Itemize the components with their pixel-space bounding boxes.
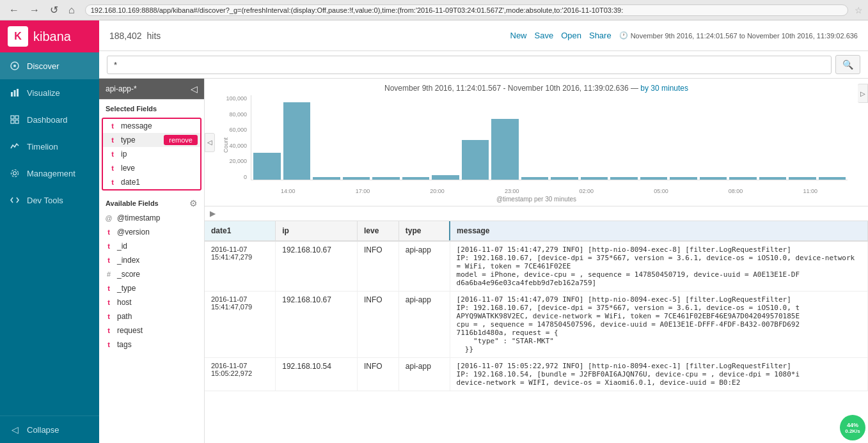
- bar-14[interactable]: [640, 177, 668, 180]
- bar-20[interactable]: [819, 177, 846, 180]
- field-item-id[interactable]: t _id: [99, 239, 204, 253]
- sidebar-item-label-management: Management: [27, 169, 75, 178]
- expand-all-button[interactable]: ▶: [210, 209, 216, 218]
- index-pattern[interactable]: api-app-* ◁: [99, 79, 204, 99]
- index-pattern-label: api-app-*: [106, 84, 137, 93]
- sidebar-item-visualize[interactable]: Visualize: [0, 79, 99, 106]
- search-bar: 🔍: [99, 51, 868, 79]
- bar-2[interactable]: [283, 102, 311, 180]
- histogram: [251, 95, 848, 180]
- y-tick-80k: 80,000: [229, 111, 247, 118]
- gear-button[interactable]: ⚙: [189, 198, 198, 208]
- col-date1[interactable]: date1: [205, 221, 276, 241]
- sidebar-item-devtools[interactable]: Dev Tools: [0, 187, 99, 214]
- remove-type-button[interactable]: remove: [164, 135, 198, 145]
- save-button[interactable]: Save: [535, 31, 554, 40]
- address-bar[interactable]: 192.168.10.169:8888/app/kibana#/discover…: [85, 4, 848, 16]
- sidebar-item-timelion[interactable]: Timelion: [0, 133, 99, 160]
- bookmark-button[interactable]: ☆: [855, 5, 863, 15]
- share-button[interactable]: Share: [589, 31, 612, 40]
- table-row: 2016-11-07 15:41:47,079 192.168.10.67 IN…: [205, 291, 868, 358]
- selected-field-ip[interactable]: t ip: [103, 147, 200, 161]
- col-ip[interactable]: ip: [276, 221, 358, 241]
- field-type-t-host: t: [104, 298, 113, 307]
- field-item-version[interactable]: t @version: [99, 225, 204, 239]
- by-30-minutes-link[interactable]: by 30 minutes: [640, 84, 688, 93]
- sidebar-item-label-discover: Discover: [27, 61, 59, 71]
- bar-11[interactable]: [551, 177, 578, 180]
- chart-collapse-left[interactable]: ◁: [205, 133, 215, 152]
- field-item-host[interactable]: t host: [99, 295, 204, 309]
- index-collapse-button[interactable]: ◁: [191, 84, 198, 94]
- field-item-timestamp[interactable]: @ @timestamp: [99, 211, 204, 225]
- field-item-path[interactable]: t path: [99, 309, 204, 323]
- hits-count: 188,402 hits: [109, 31, 161, 41]
- svg-point-9: [13, 172, 17, 175]
- selected-field-type[interactable]: t type remove: [103, 133, 200, 147]
- field-item-score[interactable]: # _score: [99, 267, 204, 281]
- sidebar-item-dashboard[interactable]: Dashboard: [0, 106, 99, 133]
- bar-18[interactable]: [759, 177, 787, 180]
- bar-16[interactable]: [700, 177, 727, 180]
- col-type-label: type: [406, 226, 422, 235]
- bar-5[interactable]: [372, 177, 400, 180]
- sidebar-item-label-dashboard: Dashboard: [27, 115, 68, 125]
- bar-6[interactable]: [402, 177, 430, 180]
- field-item-index[interactable]: t _index: [99, 253, 204, 267]
- collapse-icon: ◁: [9, 424, 20, 435]
- field-item-request[interactable]: t request: [99, 323, 204, 338]
- col-message-label: message: [457, 226, 489, 235]
- cell-type-3: api-app: [398, 358, 450, 391]
- selected-field-message[interactable]: t message: [103, 119, 200, 133]
- new-button[interactable]: New: [510, 31, 527, 40]
- discover-icon: [9, 60, 20, 72]
- bar-19[interactable]: [789, 177, 816, 180]
- field-name-host: host: [117, 298, 132, 307]
- cell-ip-1: 192.168.10.67: [276, 241, 358, 291]
- col-message[interactable]: message: [450, 221, 867, 241]
- field-name-request: request: [117, 326, 143, 335]
- sidebar-item-management[interactable]: Management: [0, 160, 99, 187]
- time-range[interactable]: 🕐 November 9th 2016, 11:24:01.567 to Nov…: [619, 31, 858, 40]
- bar-10[interactable]: [521, 177, 549, 180]
- x-tick-0200: 02:00: [580, 188, 594, 194]
- field-item-tags[interactable]: t tags: [99, 338, 204, 352]
- back-button[interactable]: ←: [5, 3, 23, 17]
- browser-chrome: ← → ↺ ⌂ 192.168.10.169:8888/app/kibana#/…: [0, 0, 868, 20]
- bar-1[interactable]: [253, 153, 281, 180]
- devtools-icon: [9, 194, 20, 206]
- field-type-icon-leve: t: [108, 164, 117, 173]
- search-input[interactable]: [107, 56, 832, 74]
- bar-4[interactable]: [343, 177, 370, 180]
- bar-3[interactable]: [313, 177, 340, 180]
- available-fields-list: @ @timestamp t @version t _id t: [99, 211, 204, 352]
- y-axis-label: Count: [223, 137, 229, 152]
- management-icon: [9, 167, 20, 179]
- bar-9[interactable]: [491, 119, 519, 180]
- chart-collapse-right[interactable]: ▷: [858, 84, 868, 103]
- col-leve[interactable]: leve: [357, 221, 398, 241]
- bar-17[interactable]: [729, 177, 757, 180]
- search-button[interactable]: 🔍: [835, 55, 860, 74]
- bar-13[interactable]: [610, 177, 638, 180]
- sidebar-item-discover[interactable]: Discover: [0, 52, 99, 79]
- field-item-type[interactable]: t _type: [99, 281, 204, 295]
- bar-15[interactable]: [670, 177, 697, 180]
- forward-button[interactable]: →: [26, 3, 43, 17]
- open-button[interactable]: Open: [561, 31, 581, 40]
- field-type-icon-ip: t: [108, 150, 117, 159]
- selected-field-leve[interactable]: t leve: [103, 161, 200, 175]
- collapse-button[interactable]: ◁ Collapse: [0, 416, 99, 443]
- x-tick-1100: 11:00: [803, 188, 817, 194]
- selected-field-date1[interactable]: t date1: [103, 175, 200, 189]
- refresh-button[interactable]: ↺: [46, 3, 62, 17]
- cell-message-1: [2016-11-07 15:41:47,279 INFO] [http-nio…: [450, 241, 867, 291]
- home-button[interactable]: ⌂: [65, 3, 79, 17]
- y-tick-0: 0: [244, 174, 247, 180]
- field-name-leve: leve: [121, 164, 135, 173]
- col-type[interactable]: type: [398, 221, 450, 241]
- bar-7[interactable]: [432, 175, 459, 180]
- bar-8[interactable]: [462, 140, 489, 180]
- bar-12[interactable]: [581, 177, 608, 180]
- field-type-at: @: [104, 214, 113, 222]
